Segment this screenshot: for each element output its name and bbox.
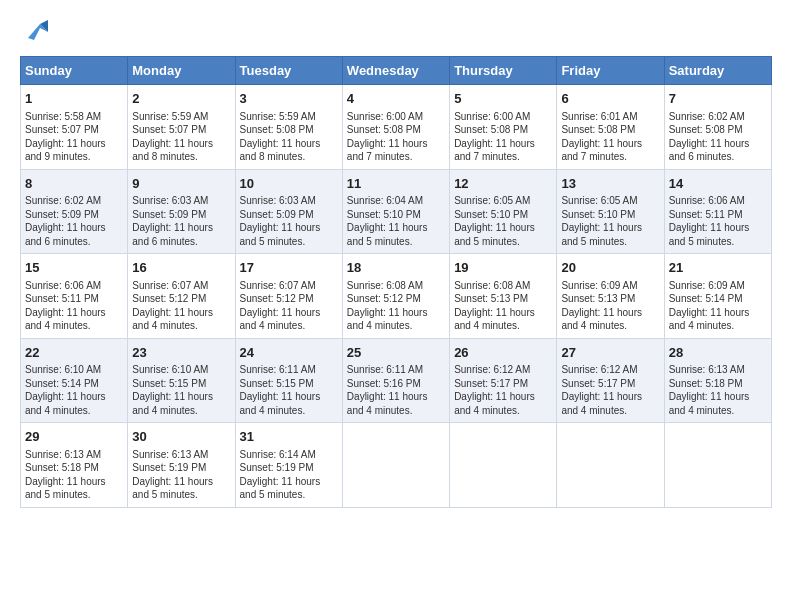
- day-cell: [664, 423, 771, 508]
- col-header-wednesday: Wednesday: [342, 57, 449, 85]
- page: SundayMondayTuesdayWednesdayThursdayFrid…: [0, 0, 792, 612]
- day-cell: 28Sunrise: 6:13 AMSunset: 5:18 PMDayligh…: [664, 338, 771, 423]
- col-header-saturday: Saturday: [664, 57, 771, 85]
- day-number: 13: [561, 175, 659, 193]
- day-cell: 19Sunrise: 6:08 AMSunset: 5:13 PMDayligh…: [450, 254, 557, 339]
- day-number: 21: [669, 259, 767, 277]
- day-cell: 16Sunrise: 6:07 AMSunset: 5:12 PMDayligh…: [128, 254, 235, 339]
- day-number: 15: [25, 259, 123, 277]
- week-row-5: 29Sunrise: 6:13 AMSunset: 5:18 PMDayligh…: [21, 423, 772, 508]
- day-cell: 25Sunrise: 6:11 AMSunset: 5:16 PMDayligh…: [342, 338, 449, 423]
- day-cell: 24Sunrise: 6:11 AMSunset: 5:15 PMDayligh…: [235, 338, 342, 423]
- col-header-friday: Friday: [557, 57, 664, 85]
- day-number: 18: [347, 259, 445, 277]
- day-number: 28: [669, 344, 767, 362]
- header: [20, 18, 772, 46]
- day-number: 16: [132, 259, 230, 277]
- calendar-table: SundayMondayTuesdayWednesdayThursdayFrid…: [20, 56, 772, 508]
- day-cell: 1Sunrise: 5:58 AMSunset: 5:07 PMDaylight…: [21, 85, 128, 170]
- day-cell: 6Sunrise: 6:01 AMSunset: 5:08 PMDaylight…: [557, 85, 664, 170]
- day-number: 31: [240, 428, 338, 446]
- day-cell: 26Sunrise: 6:12 AMSunset: 5:17 PMDayligh…: [450, 338, 557, 423]
- day-cell: 13Sunrise: 6:05 AMSunset: 5:10 PMDayligh…: [557, 169, 664, 254]
- col-header-tuesday: Tuesday: [235, 57, 342, 85]
- week-row-3: 15Sunrise: 6:06 AMSunset: 5:11 PMDayligh…: [21, 254, 772, 339]
- day-number: 25: [347, 344, 445, 362]
- day-number: 29: [25, 428, 123, 446]
- day-cell: 11Sunrise: 6:04 AMSunset: 5:10 PMDayligh…: [342, 169, 449, 254]
- day-number: 17: [240, 259, 338, 277]
- col-header-monday: Monday: [128, 57, 235, 85]
- day-number: 14: [669, 175, 767, 193]
- day-number: 22: [25, 344, 123, 362]
- day-cell: 3Sunrise: 5:59 AMSunset: 5:08 PMDaylight…: [235, 85, 342, 170]
- day-cell: [557, 423, 664, 508]
- day-cell: 27Sunrise: 6:12 AMSunset: 5:17 PMDayligh…: [557, 338, 664, 423]
- day-cell: 12Sunrise: 6:05 AMSunset: 5:10 PMDayligh…: [450, 169, 557, 254]
- day-number: 10: [240, 175, 338, 193]
- day-cell: 18Sunrise: 6:08 AMSunset: 5:12 PMDayligh…: [342, 254, 449, 339]
- day-cell: 23Sunrise: 6:10 AMSunset: 5:15 PMDayligh…: [128, 338, 235, 423]
- day-number: 30: [132, 428, 230, 446]
- day-cell: 30Sunrise: 6:13 AMSunset: 5:19 PMDayligh…: [128, 423, 235, 508]
- day-number: 27: [561, 344, 659, 362]
- day-cell: 31Sunrise: 6:14 AMSunset: 5:19 PMDayligh…: [235, 423, 342, 508]
- day-cell: 22Sunrise: 6:10 AMSunset: 5:14 PMDayligh…: [21, 338, 128, 423]
- day-number: 19: [454, 259, 552, 277]
- day-number: 12: [454, 175, 552, 193]
- day-number: 2: [132, 90, 230, 108]
- day-cell: 17Sunrise: 6:07 AMSunset: 5:12 PMDayligh…: [235, 254, 342, 339]
- logo: [20, 18, 56, 46]
- day-cell: 15Sunrise: 6:06 AMSunset: 5:11 PMDayligh…: [21, 254, 128, 339]
- day-cell: 5Sunrise: 6:00 AMSunset: 5:08 PMDaylight…: [450, 85, 557, 170]
- week-row-2: 8Sunrise: 6:02 AMSunset: 5:09 PMDaylight…: [21, 169, 772, 254]
- day-number: 26: [454, 344, 552, 362]
- col-header-sunday: Sunday: [21, 57, 128, 85]
- day-number: 1: [25, 90, 123, 108]
- day-cell: 7Sunrise: 6:02 AMSunset: 5:08 PMDaylight…: [664, 85, 771, 170]
- logo-icon: [20, 18, 52, 46]
- day-number: 6: [561, 90, 659, 108]
- day-number: 8: [25, 175, 123, 193]
- header-row: SundayMondayTuesdayWednesdayThursdayFrid…: [21, 57, 772, 85]
- day-cell: 9Sunrise: 6:03 AMSunset: 5:09 PMDaylight…: [128, 169, 235, 254]
- day-cell: 14Sunrise: 6:06 AMSunset: 5:11 PMDayligh…: [664, 169, 771, 254]
- day-cell: 21Sunrise: 6:09 AMSunset: 5:14 PMDayligh…: [664, 254, 771, 339]
- day-cell: [450, 423, 557, 508]
- week-row-1: 1Sunrise: 5:58 AMSunset: 5:07 PMDaylight…: [21, 85, 772, 170]
- day-cell: 20Sunrise: 6:09 AMSunset: 5:13 PMDayligh…: [557, 254, 664, 339]
- day-number: 11: [347, 175, 445, 193]
- day-cell: 8Sunrise: 6:02 AMSunset: 5:09 PMDaylight…: [21, 169, 128, 254]
- day-number: 23: [132, 344, 230, 362]
- week-row-4: 22Sunrise: 6:10 AMSunset: 5:14 PMDayligh…: [21, 338, 772, 423]
- day-number: 5: [454, 90, 552, 108]
- day-number: 9: [132, 175, 230, 193]
- col-header-thursday: Thursday: [450, 57, 557, 85]
- day-number: 4: [347, 90, 445, 108]
- day-number: 20: [561, 259, 659, 277]
- day-cell: 10Sunrise: 6:03 AMSunset: 5:09 PMDayligh…: [235, 169, 342, 254]
- day-cell: [342, 423, 449, 508]
- day-number: 7: [669, 90, 767, 108]
- day-cell: 4Sunrise: 6:00 AMSunset: 5:08 PMDaylight…: [342, 85, 449, 170]
- day-number: 3: [240, 90, 338, 108]
- day-cell: 29Sunrise: 6:13 AMSunset: 5:18 PMDayligh…: [21, 423, 128, 508]
- day-number: 24: [240, 344, 338, 362]
- day-cell: 2Sunrise: 5:59 AMSunset: 5:07 PMDaylight…: [128, 85, 235, 170]
